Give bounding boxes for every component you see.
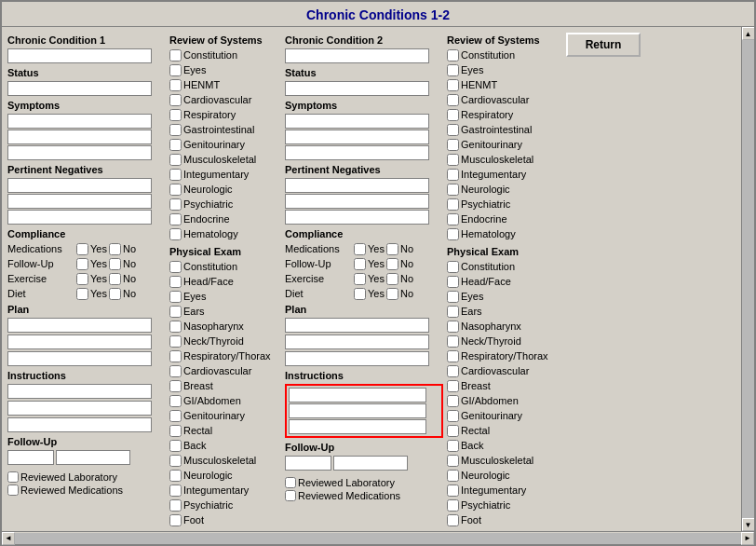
- pe2-breast-cb[interactable]: [447, 380, 459, 392]
- pe1-back-cb[interactable]: [169, 440, 182, 452]
- ros2-hematology-cb[interactable]: [447, 228, 459, 240]
- ros2-eyes-cb[interactable]: [447, 64, 459, 76]
- ros2-cardiovascular-cb[interactable]: [447, 94, 459, 106]
- pertinent1-input3[interactable]: [7, 210, 152, 225]
- compliance2-exercise-no-cb[interactable]: [386, 273, 398, 285]
- plan1-input1[interactable]: [7, 318, 152, 333]
- pe2-genitourinary-cb[interactable]: [447, 410, 459, 422]
- symptoms2-input2[interactable]: [285, 130, 429, 144]
- pe2-giabdomen-cb[interactable]: [447, 395, 459, 407]
- ros2-psychiatric-cb[interactable]: [447, 198, 459, 211]
- ros2-respiratory-cb[interactable]: [447, 109, 459, 121]
- plan2-input1[interactable]: [285, 318, 429, 333]
- ros2-genitourinary-cb[interactable]: [447, 139, 459, 151]
- pe1-ears-cb[interactable]: [169, 306, 182, 318]
- symptoms1-input3[interactable]: [7, 145, 152, 160]
- symptoms1-input1[interactable]: [7, 114, 152, 129]
- ros1-hematology-cb[interactable]: [169, 228, 182, 240]
- pe2-ears-cb[interactable]: [447, 306, 459, 318]
- pe1-eyes-cb[interactable]: [169, 291, 182, 303]
- pe1-constitution-cb[interactable]: [169, 261, 182, 273]
- ros1-genitourinary-cb[interactable]: [169, 139, 182, 151]
- ros2-neurologic-cb[interactable]: [447, 184, 459, 196]
- compliance1-medications-yes-cb[interactable]: [76, 243, 88, 255]
- plan2-input3[interactable]: [285, 351, 429, 366]
- ros1-gastrointestinal-cb[interactable]: [169, 124, 182, 136]
- scroll-left-button[interactable]: ◄: [2, 532, 15, 545]
- ros2-henmt-cb[interactable]: [447, 79, 459, 91]
- instructions2-input3[interactable]: [289, 419, 426, 434]
- followup2-input2[interactable]: [333, 456, 408, 471]
- pertinent2-input3[interactable]: [285, 210, 429, 225]
- followup2-input1[interactable]: [285, 456, 331, 471]
- pe2-psychiatric-cb[interactable]: [447, 499, 459, 512]
- compliance1-diet-no-cb[interactable]: [109, 288, 121, 300]
- pe2-nasopharynx-cb[interactable]: [447, 321, 459, 333]
- plan2-input2[interactable]: [285, 334, 429, 349]
- scroll-right-button[interactable]: ►: [741, 532, 754, 545]
- h-scroll-track[interactable]: [15, 533, 741, 544]
- pe1-rectal-cb[interactable]: [169, 425, 182, 437]
- pe2-rectal-cb[interactable]: [447, 425, 459, 437]
- scroll-up-button[interactable]: ▲: [742, 27, 755, 40]
- ros1-integumentary-cb[interactable]: [169, 169, 182, 181]
- pe1-musculoskeletal-cb[interactable]: [169, 455, 182, 467]
- pe2-back-cb[interactable]: [447, 440, 459, 452]
- pe1-integumentary-cb[interactable]: [169, 485, 182, 497]
- ros2-endocrine-cb[interactable]: [447, 213, 459, 225]
- pe2-musculoskeletal-cb[interactable]: [447, 455, 459, 467]
- ros1-cardiovascular-cb[interactable]: [169, 94, 182, 106]
- reviewed2-lab-cb[interactable]: [285, 477, 296, 488]
- followup1-input2[interactable]: [56, 450, 130, 465]
- pe2-neckthyroid-cb[interactable]: [447, 335, 459, 348]
- plan1-input3[interactable]: [7, 351, 152, 366]
- pe2-headface-cb[interactable]: [447, 276, 459, 288]
- reviewed2-med-cb[interactable]: [285, 490, 296, 501]
- symptoms1-input2[interactable]: [7, 130, 152, 144]
- pe1-respiratorythorax-cb[interactable]: [169, 350, 182, 362]
- status1-input[interactable]: [7, 81, 152, 96]
- status2-input[interactable]: [285, 81, 429, 96]
- compliance1-medications-no-cb[interactable]: [109, 243, 121, 255]
- ros2-musculoskeletal-cb[interactable]: [447, 154, 459, 166]
- pe1-giabdomen-cb[interactable]: [169, 395, 182, 407]
- compliance1-exercise-no-cb[interactable]: [109, 273, 121, 285]
- return-button[interactable]: Return: [566, 33, 641, 57]
- pe2-neurologic-cb[interactable]: [447, 470, 459, 482]
- pertinent2-input2[interactable]: [285, 194, 429, 209]
- symptoms2-input3[interactable]: [285, 145, 429, 160]
- ros2-gastrointestinal-cb[interactable]: [447, 124, 459, 136]
- compliance1-exercise-yes-cb[interactable]: [76, 273, 88, 285]
- ros1-eyes-cb[interactable]: [169, 64, 182, 76]
- pe1-breast-cb[interactable]: [169, 380, 182, 392]
- reviewed1-lab-cb[interactable]: [7, 471, 19, 483]
- pe2-foot-cb[interactable]: [447, 514, 459, 526]
- compliance2-exercise-yes-cb[interactable]: [354, 273, 366, 285]
- instructions2-input2[interactable]: [289, 403, 426, 418]
- ros1-endocrine-cb[interactable]: [169, 213, 182, 225]
- symptoms2-input1[interactable]: [285, 114, 429, 129]
- instructions1-input1[interactable]: [7, 384, 152, 399]
- pe1-neurologic-cb[interactable]: [169, 470, 182, 482]
- compliance2-followup-no-cb[interactable]: [386, 258, 398, 270]
- instructions1-input3[interactable]: [7, 417, 152, 432]
- scroll-track[interactable]: [742, 40, 754, 518]
- pe1-neckthyroid-cb[interactable]: [169, 335, 182, 348]
- pe1-nasopharynx-cb[interactable]: [169, 321, 182, 333]
- pe1-genitourinary-cb[interactable]: [169, 410, 182, 422]
- instructions2-input1[interactable]: [289, 388, 426, 403]
- pe1-foot-cb[interactable]: [169, 514, 182, 526]
- ros1-respiratory-cb[interactable]: [169, 109, 182, 121]
- compliance2-diet-yes-cb[interactable]: [354, 288, 366, 300]
- pe2-respiratorythorax-cb[interactable]: [447, 350, 459, 362]
- ros1-henmt-cb[interactable]: [169, 79, 182, 91]
- reviewed1-med-cb[interactable]: [7, 485, 19, 496]
- pe1-psychiatric-cb[interactable]: [169, 499, 182, 512]
- compliance1-diet-yes-cb[interactable]: [76, 288, 88, 300]
- pertinent1-input2[interactable]: [7, 194, 152, 209]
- condition1-input[interactable]: [7, 48, 152, 63]
- ros1-psychiatric-cb[interactable]: [169, 198, 182, 211]
- compliance1-followup-no-cb[interactable]: [109, 258, 121, 270]
- pe2-integumentary-cb[interactable]: [447, 485, 459, 497]
- ros2-integumentary-cb[interactable]: [447, 169, 459, 181]
